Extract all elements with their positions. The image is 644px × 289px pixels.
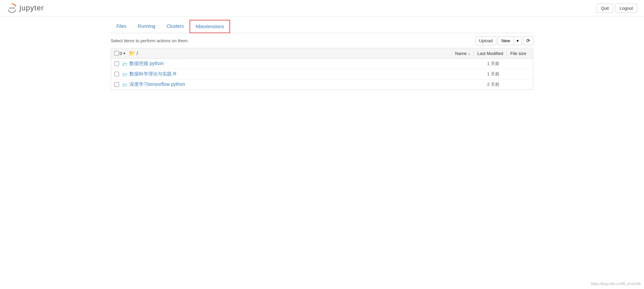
action-buttons: Upload New ▾ ⟳ <box>475 36 533 45</box>
row-modified-2: 2 天前 <box>449 81 503 88</box>
navbar: jupyter Quit Logout <box>0 0 644 16</box>
tab-nbextensions[interactable]: Nbextensions <box>190 20 230 33</box>
tab-clusters[interactable]: Clusters <box>161 20 190 33</box>
upload-button[interactable]: Upload <box>475 36 496 45</box>
file-name-2[interactable]: 深度学习tensorflow python <box>129 81 449 88</box>
header-select-all-checkbox[interactable] <box>114 51 119 56</box>
col-header-last-modified[interactable]: Last Modified <box>474 51 506 56</box>
svg-point-2 <box>13 7 15 9</box>
header-check-area: 0 ▾ <box>114 51 125 56</box>
folder-icon-1: 🗁 <box>122 71 127 77</box>
svg-point-0 <box>9 7 11 9</box>
file-name-0[interactable]: 数据挖掘 python <box>129 61 449 67</box>
table-row: 🗁 数据科学理论与实践 R 1 天前 <box>111 69 533 79</box>
row-checkbox-0[interactable] <box>114 61 119 66</box>
file-list-container: 0 ▾ 📁 / Name ↓ Last Modified File size 🗁… <box>111 48 533 90</box>
row-modified-1: 1 天前 <box>449 71 503 77</box>
col-header-file-size[interactable]: File size <box>506 51 530 56</box>
quit-button[interactable]: Quit <box>596 4 613 13</box>
column-headers: Name ↓ Last Modified File size <box>451 51 530 56</box>
table-row: 🗁 深度学习tensorflow python 2 天前 <box>111 79 533 90</box>
toolbar-row: Select items to perform actions on them.… <box>111 33 533 48</box>
new-button-caret[interactable]: ▾ <box>514 36 522 45</box>
file-name-1[interactable]: 数据科学理论与实践 R <box>129 71 449 77</box>
breadcrumb-folder-icon: 📁 <box>129 50 135 56</box>
tabs-bar: Files Running Clusters Nbextensions <box>111 20 533 33</box>
new-button[interactable]: New <box>498 36 514 45</box>
nav-buttons: Quit Logout <box>596 4 637 13</box>
col-header-name[interactable]: Name ↓ <box>451 51 474 56</box>
logout-button[interactable]: Logout <box>615 4 637 13</box>
logo-area: jupyter <box>7 3 44 13</box>
file-list-header: 0 ▾ 📁 / Name ↓ Last Modified File size <box>111 48 533 59</box>
breadcrumb-path: / <box>137 51 138 56</box>
folder-icon-0: 🗁 <box>122 61 127 67</box>
row-modified-0: 1 天前 <box>449 61 503 67</box>
select-hint: Select items to perform actions on them. <box>111 38 189 43</box>
header-caret-icon[interactable]: ▾ <box>123 51 125 56</box>
tab-running[interactable]: Running <box>132 20 161 33</box>
row-checkbox-1[interactable] <box>114 72 119 76</box>
table-row: 🗁 数据挖掘 python 1 天前 <box>111 59 533 69</box>
main-content: Files Running Clusters Nbextensions Sele… <box>104 20 540 90</box>
tab-files[interactable]: Files <box>111 20 132 33</box>
folder-icon-2: 🗁 <box>122 82 127 88</box>
breadcrumb-area: 📁 / <box>129 50 451 56</box>
logo-text: jupyter <box>19 4 44 12</box>
refresh-button[interactable]: ⟳ <box>523 36 533 45</box>
svg-point-1 <box>11 7 13 9</box>
row-checkbox-2[interactable] <box>114 82 119 87</box>
new-button-group: New ▾ <box>498 36 522 45</box>
jupyter-logo-icon <box>7 3 17 13</box>
header-count: 0 <box>120 51 122 56</box>
file-rows: 🗁 数据挖掘 python 1 天前 🗁 数据科学理论与实践 R 1 天前 🗁 … <box>111 59 533 90</box>
